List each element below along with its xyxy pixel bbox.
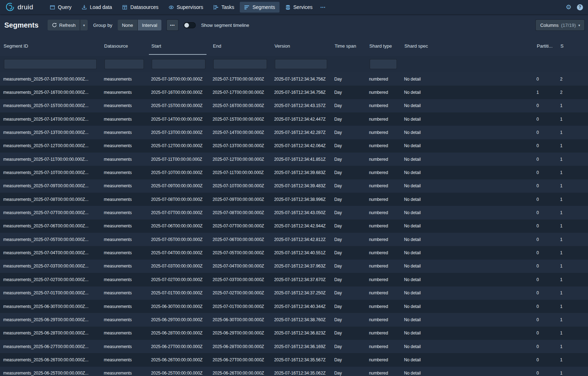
- column-header-end[interactable]: End: [209, 36, 271, 56]
- cell-size[interactable]: 1: [557, 237, 588, 242]
- filter-input-end[interactable]: [213, 59, 267, 69]
- cell-segment_id[interactable]: measurements_2025-07-11T00:00:00.000Z...: [0, 157, 101, 162]
- cell-shard_type[interactable]: numbered: [366, 250, 401, 255]
- column-header-partition[interactable]: Partiti...: [533, 36, 557, 56]
- filter-input-datasource[interactable]: [105, 59, 144, 69]
- cell-shard_spec[interactable]: No detail: [401, 237, 533, 242]
- cell-datasource[interactable]: measurements: [101, 117, 148, 122]
- cell-segment_id[interactable]: measurements_2025-07-16T00:00:00.000Z...: [0, 77, 101, 82]
- cell-segment_id[interactable]: measurements_2025-07-15T00:00:00.000Z...: [0, 103, 101, 108]
- cell-partition[interactable]: 0: [533, 117, 557, 122]
- cell-shard_type[interactable]: numbered: [366, 371, 401, 376]
- cell-time_span[interactable]: Day: [331, 117, 366, 122]
- cell-size[interactable]: 1: [557, 223, 588, 228]
- column-header-start[interactable]: Start: [148, 36, 209, 56]
- cell-shard_spec[interactable]: No detail: [401, 264, 533, 269]
- cell-time_span[interactable]: Day: [331, 143, 366, 148]
- cell-shard_spec[interactable]: No detail: [401, 183, 533, 188]
- cell-shard_type[interactable]: numbered: [366, 277, 401, 282]
- cell-size[interactable]: 1: [557, 210, 588, 215]
- cell-segment_id[interactable]: measurements_2025-07-07T00:00:00.000Z...: [0, 210, 101, 215]
- cell-start[interactable]: 2025-07-02T00:00:00.000Z: [148, 277, 209, 282]
- cell-shard_spec[interactable]: No detail: [401, 317, 533, 322]
- cell-end[interactable]: 2025-06-27T00:00:00.000Z: [209, 357, 271, 362]
- nav-item-supervisors[interactable]: Supervisors: [164, 2, 208, 13]
- cell-version[interactable]: 2025-07-16T12:34:34.756Z: [271, 90, 331, 95]
- cell-shard_spec[interactable]: No detail: [401, 143, 533, 148]
- cell-segment_id[interactable]: measurements_2025-07-09T00:00:00.000Z...: [0, 183, 101, 188]
- cell-size[interactable]: 2: [557, 90, 588, 95]
- cell-datasource[interactable]: measurements: [101, 237, 148, 242]
- cell-size[interactable]: 1: [557, 264, 588, 269]
- cell-end[interactable]: 2025-07-10T00:00:00.000Z: [209, 183, 271, 188]
- cell-partition[interactable]: 0: [533, 317, 557, 322]
- nav-item-services[interactable]: Services: [281, 2, 317, 13]
- cell-shard_spec[interactable]: No detail: [401, 157, 533, 162]
- cell-datasource[interactable]: measurements: [101, 77, 148, 82]
- cell-version[interactable]: 2025-07-16T12:34:34.756Z: [271, 77, 331, 82]
- cell-size[interactable]: 1: [557, 371, 588, 376]
- cell-shard_spec[interactable]: No detail: [401, 77, 533, 82]
- cell-shard_spec[interactable]: No detail: [401, 103, 533, 108]
- cell-time_span[interactable]: Day: [331, 223, 366, 228]
- group-by-none-button[interactable]: None: [118, 20, 137, 30]
- cell-shard_spec[interactable]: No detail: [401, 331, 533, 336]
- cell-start[interactable]: 2025-06-30T00:00:00.000Z: [148, 304, 209, 309]
- cell-end[interactable]: 2025-07-12T00:00:00.000Z: [209, 157, 271, 162]
- group-by-interval-button[interactable]: Interval: [138, 20, 162, 30]
- cell-shard_type[interactable]: numbered: [366, 130, 401, 135]
- cell-version[interactable]: 2025-07-16T12:34:39.683Z: [271, 170, 331, 175]
- cell-segment_id[interactable]: measurements_2025-07-10T00:00:00.000Z...: [0, 170, 101, 175]
- cell-segment_id[interactable]: measurements_2025-07-06T00:00:00.000Z...: [0, 223, 101, 228]
- cell-time_span[interactable]: Day: [331, 371, 366, 376]
- cell-datasource[interactable]: measurements: [101, 277, 148, 282]
- cell-partition[interactable]: 0: [533, 130, 557, 135]
- cell-start[interactable]: 2025-07-07T00:00:00.000Z: [148, 210, 209, 215]
- cell-time_span[interactable]: Day: [331, 77, 366, 82]
- cell-end[interactable]: 2025-07-04T00:00:00.000Z: [209, 264, 271, 269]
- filter-input-version[interactable]: [275, 59, 327, 69]
- cell-start[interactable]: 2025-07-15T00:00:00.000Z: [148, 103, 209, 108]
- cell-shard_spec[interactable]: No detail: [401, 223, 533, 228]
- cell-shard_spec[interactable]: No detail: [401, 371, 533, 376]
- cell-start[interactable]: 2025-07-06T00:00:00.000Z: [148, 223, 209, 228]
- cell-start[interactable]: 2025-07-10T00:00:00.000Z: [148, 170, 209, 175]
- cell-partition[interactable]: 0: [533, 223, 557, 228]
- cell-size[interactable]: 1: [557, 304, 588, 309]
- cell-end[interactable]: 2025-07-07T00:00:00.000Z: [209, 223, 271, 228]
- cell-size[interactable]: 1: [557, 290, 588, 295]
- cell-segment_id[interactable]: measurements_2025-06-29T00:00:00.000Z...: [0, 317, 101, 322]
- cell-partition[interactable]: 0: [533, 264, 557, 269]
- cell-shard_spec[interactable]: No detail: [401, 344, 533, 349]
- cell-partition[interactable]: 0: [533, 237, 557, 242]
- cell-end[interactable]: 2025-07-17T00:00:00.000Z: [209, 90, 271, 95]
- cell-start[interactable]: 2025-07-16T00:00:00.000Z: [148, 90, 209, 95]
- columns-button[interactable]: Columns (17/19) ▾: [536, 20, 584, 30]
- cell-start[interactable]: 2025-06-27T00:00:00.000Z: [148, 344, 209, 349]
- cell-size[interactable]: 1: [557, 183, 588, 188]
- cell-segment_id[interactable]: measurements_2025-07-04T00:00:00.000Z...: [0, 250, 101, 255]
- cell-shard_type[interactable]: numbered: [366, 357, 401, 362]
- cell-shard_spec[interactable]: No detail: [401, 250, 533, 255]
- cell-segment_id[interactable]: measurements_2025-07-16T00:00:00.000Z...: [0, 90, 101, 95]
- cell-shard_spec[interactable]: No detail: [401, 357, 533, 362]
- cell-version[interactable]: 2025-07-16T12:34:37.963Z: [271, 264, 331, 269]
- cell-end[interactable]: 2025-07-17T00:00:00.000Z: [209, 77, 271, 82]
- cell-shard_spec[interactable]: No detail: [401, 210, 533, 215]
- cell-datasource[interactable]: measurements: [101, 130, 148, 135]
- nav-item-datasources[interactable]: Datasources: [118, 2, 163, 13]
- cell-end[interactable]: 2025-07-11T00:00:00.000Z: [209, 170, 271, 175]
- help-icon[interactable]: ?: [577, 4, 583, 10]
- column-header-size[interactable]: S: [557, 36, 588, 56]
- cell-end[interactable]: 2025-07-01T00:00:00.000Z: [209, 304, 271, 309]
- cell-segment_id[interactable]: measurements_2025-07-05T00:00:00.000Z...: [0, 237, 101, 242]
- cell-time_span[interactable]: Day: [331, 237, 366, 242]
- cell-partition[interactable]: 0: [533, 77, 557, 82]
- cell-version[interactable]: 2025-07-16T12:34:42.944Z: [271, 223, 331, 228]
- column-header-segment_id[interactable]: Segment ID: [0, 36, 101, 56]
- filter-input-segment_id[interactable]: [4, 59, 97, 69]
- cell-segment_id[interactable]: measurements_2025-06-28T00:00:00.000Z...: [0, 331, 101, 336]
- cell-time_span[interactable]: Day: [331, 357, 366, 362]
- cell-size[interactable]: 1: [557, 250, 588, 255]
- cell-size[interactable]: 1: [557, 170, 588, 175]
